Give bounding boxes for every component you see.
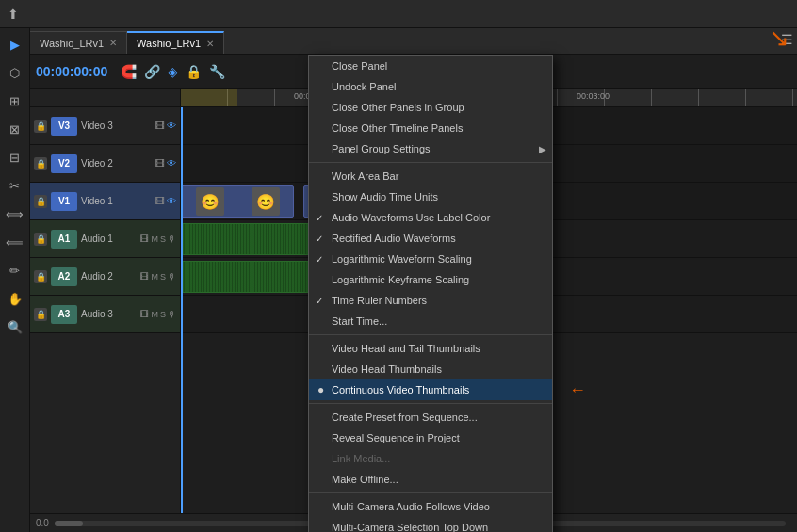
menu-label-rectified-audio-waveforms: Rectified Audio Waveforms (332, 233, 456, 244)
track-header-v1: 🔒 V1 Video 1 🎞 👁 (30, 183, 180, 220)
rolling-edit-tool[interactable]: ⊠ (5, 119, 25, 139)
menu-submenu-arrow-panel-group-settings: ▶ (539, 144, 546, 154)
menu-item-create-preset[interactable]: Create Preset from Sequence... (309, 407, 552, 427)
menu-label-logarithmic-waveform-scaling: Logarithmic Waveform Scaling (332, 253, 472, 265)
track-select-tool[interactable]: ⬡ (5, 62, 25, 83)
video-clip-1[interactable]: 😊 😊 (181, 185, 294, 218)
filmstrip-v3: 🎞 (155, 121, 165, 131)
menu-item-start-time[interactable]: Start Time... (309, 311, 552, 331)
name-a1: Audio 1 (81, 234, 137, 244)
slide-tool[interactable]: ⟸ (5, 232, 25, 252)
menu-item-work-area-bar[interactable]: Work Area Bar (309, 166, 552, 186)
menu-item-logarithmic-waveform-scaling[interactable]: ✓Logarithmic Waveform Scaling (309, 249, 552, 269)
menu-item-reveal-sequence[interactable]: Reveal Sequence in Project (309, 427, 552, 448)
track-header-a2: 🔒 A2 Audio 2 🎞 M S 🎙 (30, 258, 180, 296)
track-header-a1: 🔒 A1 Audio 1 🎞 M S 🎙 (30, 220, 180, 258)
menu-bullet-continuous-video-thumbnails: ● (317, 384, 324, 395)
track-header-v3: 🔒 V3 Video 3 🎞 👁 (30, 107, 180, 145)
film-a1: 🎞 (140, 234, 149, 244)
tab-1-close[interactable]: ✕ (109, 38, 117, 48)
filmstrip-v1: 🎞 (155, 196, 165, 206)
lock-v2[interactable]: 🔒 (34, 157, 47, 170)
pen-tool[interactable]: ✏ (5, 260, 25, 281)
ripple-edit-tool[interactable]: ⊞ (5, 90, 25, 111)
eye-v1[interactable]: 👁 (167, 196, 176, 206)
sidebar: ▶ ⬡ ⊞ ⊠ ⊟ ✂ ⟺ ⟸ ✏ ✋ 🔍 (0, 28, 30, 532)
menu-item-continuous-video-thumbnails[interactable]: ●Continuous Video Thumbnails← (309, 379, 552, 400)
menu-item-show-audio-time-units[interactable]: Show Audio Time Units (309, 186, 552, 207)
menu-label-close-panel: Close Panel (332, 60, 387, 72)
label-a1: A1 (51, 230, 77, 249)
context-menu: Close PanelUndock PanelClose Other Panel… (308, 55, 553, 532)
menu-item-close-panel[interactable]: Close Panel (309, 56, 552, 76)
m-a1[interactable]: M (151, 234, 158, 244)
menu-sep-5 (309, 162, 552, 163)
menu-item-multicam-audio[interactable]: Multi-Camera Audio Follows Video (309, 496, 552, 517)
eye-v3[interactable]: 👁 (167, 121, 176, 131)
menu-label-multicam-selection: Multi-Camera Selection Top Down (332, 522, 488, 532)
ruler-spacer (30, 89, 181, 106)
menu-item-undock-panel[interactable]: Undock Panel (309, 76, 552, 97)
menu-item-rectified-audio-waveforms[interactable]: ✓Rectified Audio Waveforms (309, 228, 552, 249)
tabs-menu-button[interactable]: ☰ (781, 32, 793, 47)
track-header-v2: 🔒 V2 Video 2 🎞 👁 (30, 145, 180, 183)
clip-thumb-2: 😊 (252, 187, 280, 216)
lock-v3[interactable]: 🔒 (34, 120, 47, 133)
mic-a2: 🎙 (168, 272, 176, 282)
menu-label-reveal-sequence: Reveal Sequence in Project (332, 432, 460, 443)
tab-2-label: Washio_LRv1 (137, 38, 201, 49)
menu-item-time-ruler-numbers[interactable]: ✓Time Ruler Numbers (309, 290, 552, 311)
menu-item-video-head-thumbnails[interactable]: Video Head Thumbnails (309, 359, 552, 379)
film-a2: 🎞 (140, 272, 149, 282)
menu-label-panel-group-settings: Panel Group Settings (332, 143, 431, 154)
menu-label-start-time: Start Time... (332, 315, 387, 327)
name-a3: Audio 3 (81, 309, 137, 319)
menu-item-close-other-panels-group[interactable]: Close Other Panels in Group (309, 97, 552, 118)
menu-item-make-offline[interactable]: Make Offline... (309, 469, 552, 490)
mic-a1: 🎙 (168, 234, 176, 244)
icons-v1: 🎞 👁 (155, 196, 176, 206)
ruler-highlight (181, 89, 237, 106)
s-a3[interactable]: S (160, 310, 166, 319)
m-a2[interactable]: M (151, 272, 158, 282)
magnet-icon: 🧲 (121, 64, 137, 79)
tab-2-close[interactable]: ✕ (206, 39, 214, 49)
tab-2[interactable]: Washio_LRv1 ✕ (127, 31, 224, 54)
zoom-tool[interactable]: 🔍 (5, 316, 25, 337)
film-a3: 🎞 (140, 310, 149, 319)
menu-item-close-other-timeline[interactable]: Close Other Timeline Panels (309, 118, 552, 138)
rate-stretch-tool[interactable]: ⊟ (5, 147, 25, 168)
hand-tool[interactable]: ✋ (5, 288, 25, 309)
menu-item-multicam-selection[interactable]: Multi-Camera Selection Top Down (309, 517, 552, 532)
lock-a2[interactable]: 🔒 (34, 270, 47, 283)
app-icon: ⬆ (8, 7, 19, 22)
m-a3[interactable]: M (151, 310, 158, 319)
menu-label-multicam-audio: Multi-Camera Audio Follows Video (332, 501, 490, 512)
name-v3: Video 3 (81, 121, 152, 131)
marker-icon: ◈ (168, 64, 178, 79)
menu-label-work-area-bar: Work Area Bar (332, 170, 398, 182)
audio-icons-a2: 🎞 M S 🎙 (140, 272, 176, 282)
playhead (181, 107, 183, 513)
lock-v1[interactable]: 🔒 (34, 195, 47, 208)
menu-label-video-head-tail-thumbnails: Video Head and Tail Thumbnails (332, 343, 480, 354)
slip-tool[interactable]: ⟺ (5, 203, 25, 224)
menu-item-panel-group-settings[interactable]: Panel Group Settings▶ (309, 138, 552, 159)
icons-v3: 🎞 👁 (155, 121, 176, 131)
lock-a1[interactable]: 🔒 (34, 233, 47, 246)
razor-tool[interactable]: ✂ (5, 175, 25, 196)
lock-a3[interactable]: 🔒 (34, 308, 47, 321)
timecode-display: 00:00:00:00 (36, 64, 107, 79)
menu-item-video-head-tail-thumbnails[interactable]: Video Head and Tail Thumbnails (309, 338, 552, 359)
menu-item-audio-waveforms-label-color[interactable]: ✓Audio Waveforms Use Label Color (309, 207, 552, 228)
menu-label-time-ruler-numbers: Time Ruler Numbers (332, 295, 427, 306)
s-a1[interactable]: S (160, 234, 166, 244)
eye-v2[interactable]: 👁 (167, 158, 176, 169)
menu-label-create-preset: Create Preset from Sequence... (332, 411, 478, 423)
tab-1[interactable]: Washio_LRv1 ✕ (30, 31, 127, 54)
tabs-row: Washio_LRv1 ✕ Washio_LRv1 ✕ ☰ (30, 28, 797, 55)
select-tool[interactable]: ▶ (5, 34, 25, 55)
menu-item-logarithmic-keyframe-scaling[interactable]: Logarithmic Keyframe Scaling (309, 269, 552, 290)
s-a2[interactable]: S (160, 272, 166, 282)
filmstrip-v2: 🎞 (155, 158, 165, 169)
